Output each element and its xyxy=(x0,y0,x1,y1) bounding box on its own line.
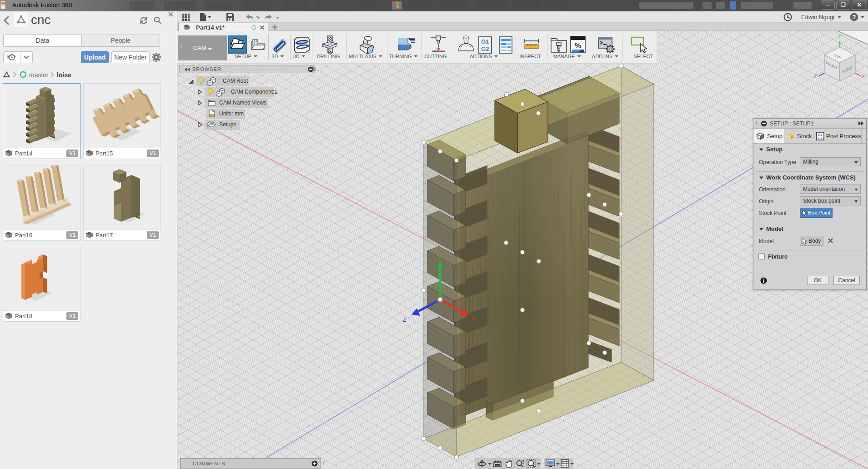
svg-text:Z: Z xyxy=(403,317,406,323)
svg-text:%: % xyxy=(575,42,581,50)
svg-text:Z: Z xyxy=(814,74,817,79)
svg-text:G2: G2 xyxy=(481,45,489,52)
svg-text:Y: Y xyxy=(437,254,441,260)
svg-text:G2: G2 xyxy=(818,136,822,140)
svg-text:X: X xyxy=(472,316,475,322)
svg-text:X: X xyxy=(862,74,865,79)
svg-text:Y: Y xyxy=(838,34,842,39)
svg-text:G1: G1 xyxy=(481,38,489,45)
svg-text:G1: G1 xyxy=(818,133,822,136)
svg-text:?: ? xyxy=(853,14,856,20)
